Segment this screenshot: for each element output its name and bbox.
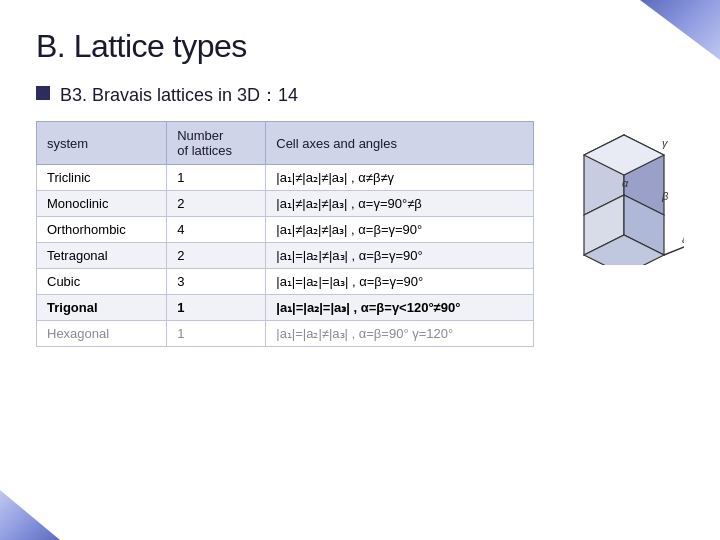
content-area: system Numberof lattices Cell axes and a…	[36, 121, 684, 347]
cell-system: Hexagonal	[37, 321, 167, 347]
cell-number: 1	[167, 295, 266, 321]
cell-system: Trigonal	[37, 295, 167, 321]
svg-text:a: a	[626, 264, 632, 265]
col-number: Numberof lattices	[167, 122, 266, 165]
table-row: Tetragonal2|a₁|=|a₂|≠|a₃| , α=β=γ=90°	[37, 243, 534, 269]
cell-number: 1	[167, 165, 266, 191]
lattice-table: system Numberof lattices Cell axes and a…	[36, 121, 534, 347]
cell-number: 1	[167, 321, 266, 347]
cell-axes: |a₁|≠|a₂|≠|a₃| , α=γ=90°≠β	[266, 191, 534, 217]
svg-text:β: β	[661, 190, 669, 202]
cell-axes: |a₁|≠|a₂|≠|a₃| , α=β=γ=90°	[266, 217, 534, 243]
cell-number: 2	[167, 191, 266, 217]
cell-axes: |a₁|≠|a₂|≠|a₃| , α≠β≠γ	[266, 165, 534, 191]
bullet-point	[36, 86, 50, 100]
cell-system: Orthorhombic	[37, 217, 167, 243]
cell-number: 4	[167, 217, 266, 243]
cell-axes: |a₁|=|a₂|=|a₃| , α=β=γ=90°	[266, 269, 534, 295]
col-system: system	[37, 122, 167, 165]
main-content: B. Lattice types B3. Bravais lattices in…	[0, 0, 720, 367]
svg-line-6	[664, 245, 684, 255]
section-title: B3. Bravais lattices in 3D：14	[60, 83, 298, 107]
col-axes: Cell axes and angles	[266, 122, 534, 165]
svg-text:γ: γ	[662, 137, 669, 149]
svg-text:α: α	[622, 177, 629, 189]
table-row: Trigonal1|a₁|=|a₂|=|a₃| , α=β=γ<120°≠90°	[37, 295, 534, 321]
corner-decoration-bottom-left	[0, 490, 60, 540]
cell-system: Triclinic	[37, 165, 167, 191]
table-header-row: system Numberof lattices Cell axes and a…	[37, 122, 534, 165]
table-row: Hexagonal1|a₁|=|a₂|≠|a₃| , α=β=90° γ=120…	[37, 321, 534, 347]
svg-text:a: a	[682, 233, 684, 245]
lattice-table-container: system Numberof lattices Cell axes and a…	[36, 121, 534, 347]
table-row: Orthorhombic4|a₁|≠|a₂|≠|a₃| , α=β=γ=90°	[37, 217, 534, 243]
cell-axes: |a₁|=|a₂|=|a₃| , α=β=γ<120°≠90°	[266, 295, 534, 321]
cell-axes: |a₁|=|a₂|≠|a₃| , α=β=90° γ=120°	[266, 321, 534, 347]
cube-svg: a a β α γ	[554, 125, 684, 265]
cell-number: 2	[167, 243, 266, 269]
table-row: Triclinic1|a₁|≠|a₂|≠|a₃| , α≠β≠γ	[37, 165, 534, 191]
cube-diagram: a a β α γ	[554, 125, 684, 269]
table-row: Monoclinic2|a₁|≠|a₂|≠|a₃| , α=γ=90°≠β	[37, 191, 534, 217]
section-header: B3. Bravais lattices in 3D：14	[36, 83, 684, 107]
cell-number: 3	[167, 269, 266, 295]
table-row: Cubic3|a₁|=|a₂|=|a₃| , α=β=γ=90°	[37, 269, 534, 295]
page-title: B. Lattice types	[36, 28, 684, 65]
cell-system: Cubic	[37, 269, 167, 295]
cell-axes: |a₁|=|a₂|≠|a₃| , α=β=γ=90°	[266, 243, 534, 269]
cell-system: Tetragonal	[37, 243, 167, 269]
cell-system: Monoclinic	[37, 191, 167, 217]
